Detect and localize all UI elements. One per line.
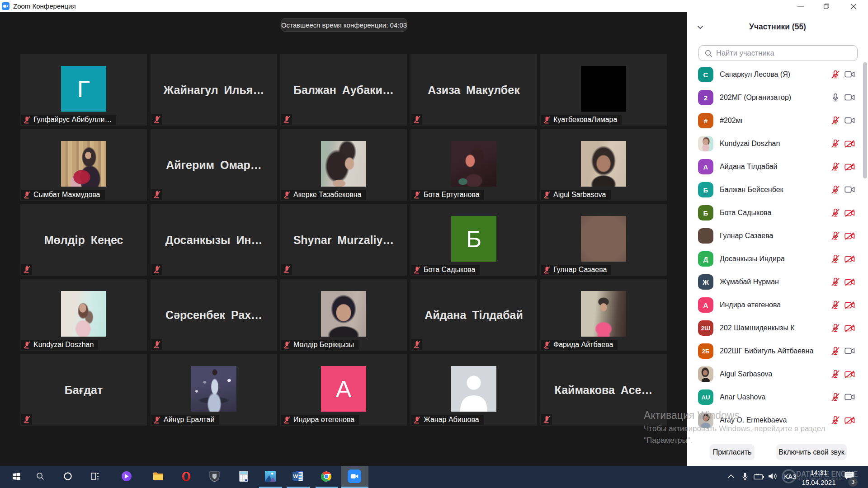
svg-text:W: W <box>293 474 298 479</box>
